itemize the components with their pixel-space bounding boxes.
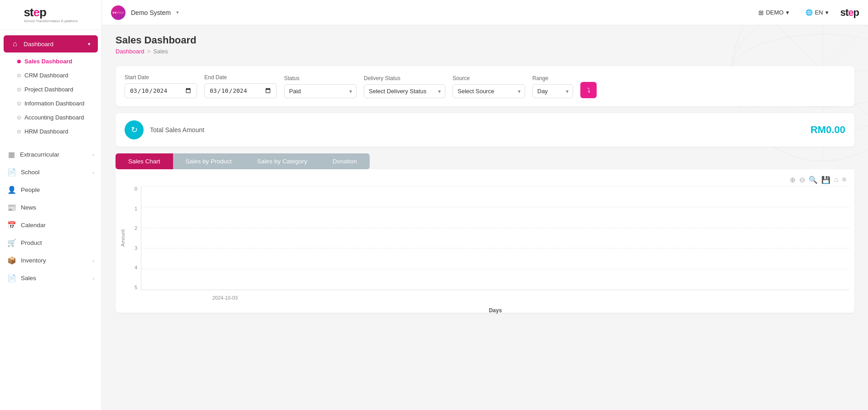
tab-sales-by-category[interactable]: Sales by Category	[245, 153, 320, 169]
delivery-status-label: Delivery Status	[364, 75, 445, 81]
nav-item-news[interactable]: 📰 News	[0, 199, 101, 216]
sidebar-item-sales-dashboard[interactable]: Sales Dashboard	[0, 54, 101, 68]
menu-icon[interactable]: ≡	[842, 176, 846, 184]
language-button[interactable]: 🌐 EN ▾	[801, 7, 833, 18]
sub-label-sales: Sales Dashboard	[24, 58, 72, 65]
sidebar: step School Transformation E-platform ⌂ …	[0, 0, 102, 410]
nav-item-people[interactable]: 👤 People	[0, 181, 101, 199]
topbar-chevron[interactable]: ▾	[176, 10, 179, 15]
status-select[interactable]: Paid Unpaid All	[284, 84, 357, 98]
dashboard-arrow: ▾	[88, 41, 91, 47]
grid-line-1	[141, 269, 850, 269]
zoom-in-icon[interactable]: ⊕	[790, 176, 796, 184]
grid-line-4	[141, 207, 850, 207]
nav-item-extracurricular[interactable]: ▦ Extracurricular ›	[0, 146, 101, 163]
tab-sales-chart[interactable]: Sales Chart	[116, 153, 173, 169]
status-label: Status	[284, 75, 357, 81]
school-arrow: ›	[92, 170, 94, 175]
sales-card-icon: ↻	[125, 120, 144, 139]
breadcrumb: Dashboard > Sales	[116, 48, 854, 55]
breadcrumb-dashboard[interactable]: Dashboard	[116, 48, 145, 55]
sales-total-card: ↻ Total Sales Amount RM0.00	[116, 113, 854, 147]
demo-label: DEMO	[766, 9, 784, 16]
start-date-group: Start Date	[125, 74, 197, 98]
tab-sales-by-product[interactable]: Sales by Product	[173, 153, 245, 169]
range-select[interactable]: Day Week Month	[532, 84, 573, 98]
start-date-input[interactable]	[125, 83, 197, 98]
zoom-reset-icon[interactable]: 🔍	[809, 176, 818, 184]
sales-card-label: Total Sales Amount	[150, 126, 804, 133]
sub-label-accounting: Accounting Dashboard	[24, 114, 84, 121]
end-date-group: End Date	[204, 74, 277, 98]
nav-item-inventory[interactable]: 📦 Inventory ›	[0, 252, 101, 269]
nav-item-school[interactable]: 📄 School ›	[0, 163, 101, 181]
y-value-5: 5	[135, 285, 137, 290]
y-value-4: 4	[135, 265, 137, 270]
x-axis-label: Days	[141, 307, 850, 314]
nav-item-product[interactable]: 🛒 Product	[0, 234, 101, 252]
y-value-2: 2	[135, 225, 137, 231]
sales-arrow: ›	[92, 276, 94, 281]
sales-icon: 📄	[7, 274, 16, 282]
download-icon[interactable]: 💾	[821, 176, 830, 184]
nav-label-news: News	[21, 204, 36, 211]
filter-bar: Start Date End Date Status Paid Unpaid A…	[116, 66, 854, 106]
topbar-logo: vxstep	[111, 5, 125, 20]
search-button[interactable]: ⤵	[580, 82, 597, 98]
grid-line-5	[141, 186, 850, 186]
school-icon: 📄	[7, 168, 16, 176]
status-select-wrap: Paid Unpaid All	[284, 84, 357, 98]
dashboard-label: Dashboard	[24, 41, 53, 48]
sub-dot-sales	[17, 60, 21, 63]
calendar-icon: 📅	[7, 221, 16, 229]
tab-donation[interactable]: Donation	[320, 153, 370, 169]
main-content: vxstep Demo System ▾ ⊞ DEMO ▾ 🌐 EN ▾ ste…	[102, 0, 868, 410]
nav-item-sales[interactable]: 📄 Sales ›	[0, 269, 101, 287]
y-axis-label-container: Amount	[120, 186, 127, 304]
extracurricular-icon: ▦	[7, 150, 15, 159]
topbar: vxstep Demo System ▾ ⊞ DEMO ▾ 🌐 EN ▾ ste…	[102, 0, 868, 25]
status-group: Status Paid Unpaid All	[284, 75, 357, 98]
lang-chevron: ▾	[825, 9, 829, 16]
delivery-status-select[interactable]: Select Delivery Status	[364, 84, 445, 98]
nav-item-dashboard[interactable]: ⌂ Dashboard ▾	[4, 35, 98, 52]
range-label: Range	[532, 75, 573, 81]
home-reset-icon[interactable]: ⌂	[834, 176, 839, 184]
end-date-input[interactable]	[204, 83, 277, 98]
sub-dot-hrm	[17, 130, 21, 133]
source-select[interactable]: Select Source	[453, 84, 525, 98]
sidebar-item-hrm-dashboard[interactable]: HRM Dashboard	[0, 124, 101, 138]
page-title: Sales Dashboard	[116, 34, 854, 46]
topbar-step-logo: step	[840, 7, 859, 19]
breadcrumb-separator: >	[147, 48, 151, 55]
source-label: Source	[453, 75, 525, 81]
topbar-system-name: Demo System	[131, 9, 171, 16]
sidebar-item-crm-dashboard[interactable]: CRM Dashboard	[0, 68, 101, 82]
sub-dot-accounting	[17, 116, 21, 119]
sub-label-info: Information Dashboard	[24, 100, 84, 107]
chart-area: ⊕ ⊖ 🔍 💾 ⌂ ≡ Amount 5 4 3 2 1	[116, 169, 854, 313]
sidebar-item-project-dashboard[interactable]: Project Dashboard	[0, 82, 101, 96]
page-content: Sales Dashboard Dashboard > Sales Start …	[102, 25, 868, 410]
range-select-wrap: Day Week Month	[532, 84, 573, 98]
chart-toolbar: ⊕ ⊖ 🔍 💾 ⌂ ≡	[120, 174, 850, 186]
logo-text: step	[24, 6, 77, 18]
sub-dot-project	[17, 88, 21, 91]
sidebar-item-information-dashboard[interactable]: Information Dashboard	[0, 96, 101, 110]
grid-icon: ⊞	[758, 9, 764, 16]
nav-label-sales: Sales	[21, 275, 36, 281]
demo-button[interactable]: ⊞ DEMO ▾	[754, 7, 794, 19]
zoom-out-icon[interactable]: ⊖	[799, 176, 805, 184]
sidebar-item-accounting-dashboard[interactable]: Accounting Dashboard	[0, 110, 101, 124]
y-axis-label: Amount	[120, 229, 125, 247]
sidebar-logo: step School Transformation E-platform	[0, 0, 101, 30]
product-icon: 🛒	[7, 238, 16, 247]
sales-card-amount: RM0.00	[810, 124, 845, 136]
demo-chevron: ▾	[786, 9, 789, 16]
logo-tagline: School Transformation E-platform	[24, 19, 77, 23]
main-nav-section: ▦ Extracurricular › 📄 School › 👤 People …	[0, 142, 101, 291]
chart-tabs: Sales Chart Sales by Product Sales by Ca…	[116, 153, 854, 169]
nav-item-calendar[interactable]: 📅 Calendar	[0, 216, 101, 234]
inventory-arrow: ›	[92, 258, 94, 263]
y-axis-values: 5 4 3 2 1 0	[127, 186, 141, 304]
